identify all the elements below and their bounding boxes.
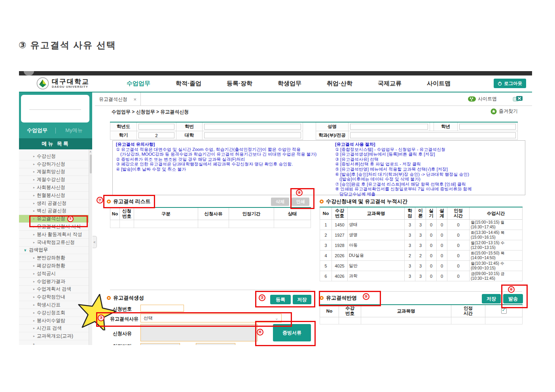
- logout-label: 로그아웃: [504, 81, 522, 87]
- sidebar-item[interactable]: ▸국내학점교류신청: [19, 239, 92, 247]
- tab-close-icon[interactable]: ×: [133, 96, 136, 102]
- column-header: 신청사유: [198, 207, 229, 220]
- attachment-button[interactable]: 증빙서류: [273, 324, 311, 341]
- application-no-label: 신청번호: [113, 306, 132, 313]
- print-button[interactable]: 인쇄: [292, 198, 309, 206]
- sidebar-section-search[interactable]: ∨검색업무: [19, 247, 92, 254]
- divider: [29, 109, 81, 110]
- select-all-checkbox[interactable]: ✓: [501, 308, 507, 314]
- window-close-button[interactable]: [513, 96, 523, 104]
- register-button[interactable]: 등록: [270, 295, 291, 304]
- department-input[interactable]: [350, 132, 516, 138]
- delete-button[interactable]: 삭제: [271, 198, 289, 206]
- sidebar-item[interactable]: ▸수강학점안내: [19, 293, 92, 301]
- sidebar-item[interactable]: ▸유고결석신청①: [19, 215, 92, 223]
- column-header: No: [110, 207, 120, 220]
- nav-item[interactable]: 학적·졸업: [176, 80, 201, 87]
- sidebar-item[interactable]: ▸교과목개요(교과): [19, 332, 92, 340]
- sidebar-scrollbar[interactable]: ∧: [89, 149, 92, 345]
- sidebar-item[interactable]: ▸폐강강좌현황: [19, 262, 92, 270]
- app-window: 대구대학교 DAEGU UNIVERSITY 수업업무학적·졸업등록·장학학생업…: [19, 71, 532, 345]
- course-row[interactable]: 11450생태33000월(15:00~16:15) 월(16:30~17:45…: [320, 220, 523, 230]
- sidebar-item[interactable]: ▸분반강좌현황: [19, 254, 92, 262]
- sidebar-item[interactable]: ▸수강신청조회: [19, 309, 92, 317]
- window-close-icon: [513, 96, 523, 102]
- sidebar-item[interactable]: ▸계절수강신청: [19, 176, 92, 184]
- courses-table: No수강 번호교과목명학 점이 론실 기설 계인정 시간수업시간11450생태3…: [320, 207, 523, 281]
- tab-absence-application[interactable]: 유고결석신청 ×: [95, 92, 141, 106]
- send-button[interactable]: 발송: [503, 294, 523, 303]
- university-name: 대구대학교: [52, 78, 89, 85]
- course-row[interactable]: 21927생명33000화(13:30~14:45) 목(15:00~16:15…: [320, 230, 523, 240]
- sidebar-item[interactable]: ▸시간표 검색: [19, 325, 92, 333]
- student-info-form: 학년도 학번 성명 학년 학기 대학 학과(부)/전공: [110, 122, 518, 140]
- triangle-arrow-icon: ▸: [33, 280, 35, 283]
- sidebar-item[interactable]: ▸봉사이수열람: [19, 317, 92, 325]
- course-row[interactable]: 42026DU실용22000화(15:00~15:50) 목(14:00~14:…: [320, 251, 523, 261]
- sidebar-item[interactable]: ▸유고결석신청서 서식: [19, 223, 92, 231]
- logout-button[interactable]: 로그아웃: [494, 79, 526, 88]
- nav-item[interactable]: 사이트맵: [427, 80, 451, 87]
- column-header: 수강 번호: [339, 305, 361, 317]
- content-area: 유고결석신청 × 사이트맵 수업업무 > 신청업무: [95, 92, 532, 345]
- college-input[interactable]: [204, 132, 301, 138]
- triangle-arrow-icon: ▸: [33, 334, 35, 338]
- table-header-row: No수강 번호교과목명학 점이 론실 기설 계인정 시간수업시간: [320, 207, 523, 220]
- triangle-arrow-icon: ▸: [33, 241, 35, 244]
- course-row[interactable]: 54025일반33000월(10:30~11:45) 수(09:00~10:15…: [320, 261, 523, 271]
- sidebar-item[interactable]: ▸수강신청: [19, 153, 92, 160]
- sidebar-item[interactable]: ▸사회봉사신청: [19, 184, 92, 192]
- absence-list-title: 유고결석 리스트: [107, 198, 151, 205]
- field-label-name: 성명: [316, 122, 349, 131]
- save-create-button[interactable]: 저장: [293, 295, 311, 304]
- nav-item[interactable]: 등록·장학: [227, 80, 252, 87]
- period-end-input[interactable]: ▦: [196, 343, 235, 345]
- save-apply-button[interactable]: 저장: [482, 294, 501, 303]
- annotation-circle-3: ③: [98, 315, 104, 321]
- course-row[interactable]: 31928아동33000월(12:00~13:15) 수(12:00~13:15…: [320, 240, 523, 251]
- scroll-up-icon[interactable]: ∧: [89, 150, 91, 153]
- reason-type-select[interactable]: 선택 ⌄: [140, 314, 282, 322]
- chevron-down-icon: ⌄: [275, 316, 278, 321]
- sidebar-item[interactable]: ▸봉사 활동계획서 작성: [19, 231, 92, 239]
- sidebar-item[interactable]: ▸수강허가신청: [19, 160, 92, 168]
- favorite-button[interactable]: 즐겨찾기: [491, 108, 518, 115]
- empty-row: [320, 317, 523, 324]
- sidebar-item[interactable]: ▸학생시간표: [19, 301, 92, 309]
- sidebar-item[interactable]: ▸계절희망신청: [19, 168, 92, 176]
- period-start-input[interactable]: ▦: [140, 343, 180, 345]
- sitemap-button[interactable]: 사이트맵: [468, 96, 497, 102]
- year-input[interactable]: [138, 124, 174, 130]
- semester-input[interactable]: [138, 132, 174, 138]
- calendar-icon: ▦: [175, 345, 178, 345]
- sidebar-item[interactable]: ▸성적공시: [19, 270, 92, 278]
- nav-item[interactable]: 수업업무: [127, 80, 150, 87]
- notice-line: ④ [발송]이후 날짜 수정 및 취소 불가: [116, 167, 316, 172]
- annotation-circle-7: ⑦: [97, 197, 103, 204]
- scrollbar-thumb[interactable]: [90, 155, 92, 173]
- nav-item[interactable]: 국제교류: [378, 80, 402, 87]
- reason-type-value: 선택: [144, 315, 153, 321]
- triangle-arrow-icon: ▸: [33, 209, 35, 213]
- sidebar-tab-mymenu[interactable]: My메뉴: [56, 127, 92, 134]
- nav-item[interactable]: 학생업무: [278, 80, 301, 87]
- sidebar-item[interactable]: ▸백신 공결신청: [19, 207, 92, 215]
- absence-apply-title-label: 유고결석반영: [326, 294, 357, 302]
- menu-list-header: 메뉴 목록: [19, 138, 92, 149]
- sidebar-item[interactable]: ▸헌혈봉사신청: [19, 192, 92, 200]
- sidebar-item[interactable]: ▸: [19, 340, 92, 345]
- sidebar-item[interactable]: ▸수업계획서 검색: [19, 286, 92, 294]
- sidebar-collapse-handle[interactable]: <: [93, 236, 97, 248]
- sidebar-tab-work[interactable]: 수업업무: [19, 127, 55, 134]
- triangle-arrow-icon: ▸: [33, 155, 35, 158]
- name-input[interactable]: [350, 124, 428, 130]
- grade-input[interactable]: [459, 124, 516, 130]
- bullet-icon: [320, 296, 324, 300]
- application-no-input[interactable]: [140, 305, 184, 312]
- sidebar-item[interactable]: ▸수업평가결과: [19, 278, 92, 286]
- reason-textarea[interactable]: [140, 324, 258, 341]
- sidebar-item[interactable]: ▸생리 공결신청: [19, 200, 92, 207]
- course-row[interactable]: 64026과학33000금(09:00~10:15) 금(10:30~11:45…: [320, 271, 523, 281]
- nav-item[interactable]: 취업·산학: [327, 80, 352, 87]
- student-id-input[interactable]: [204, 124, 301, 130]
